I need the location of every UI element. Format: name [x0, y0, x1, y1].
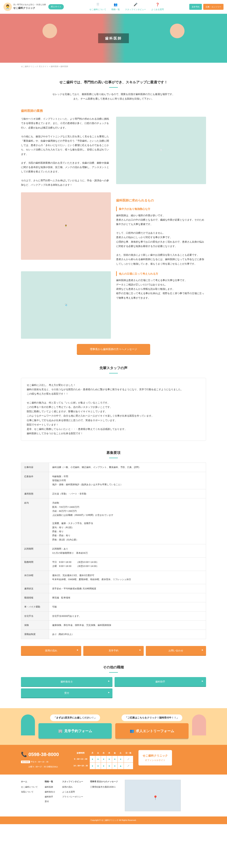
- table-header: 雇用状況: [21, 584, 49, 593]
- site-badge: 求人サイト: [48, 4, 64, 9]
- action-button[interactable]: 見学予約: [83, 646, 143, 655]
- voice-box: せこ歯科に入社し、考え方が変わりました！ 歯科の技術を見ると、その先つながる医院…: [21, 378, 206, 441]
- hero-title: 歯科医師: [98, 33, 129, 43]
- nav-icon: 🎤: [133, 2, 138, 7]
- footer-nav-link[interactable]: 歯科医師: [45, 785, 55, 789]
- other-job-reception[interactable]: 受付: [21, 688, 112, 698]
- cta-strip: 「まずは1度見学にお越しください！」 🏢見学予約フォーム 「ご応募はこちらをクリ…: [0, 708, 227, 745]
- breadcrumb: せこ歯科クリニック 求人サイト > 歯科医師 > 歯科医師: [21, 63, 206, 70]
- phone-icon: 📞: [21, 750, 27, 759]
- copyright: Copyright © せこ歯科クリニック All Rights Reserve…: [0, 816, 227, 824]
- footer-nav-link[interactable]: 受付: [45, 800, 55, 804]
- recruit-table: 仕事内容歯科治療（一般、小児歯科、矯正歯科、インプラント、審美歯科、予防、口臭、…: [21, 463, 206, 639]
- official-site-link[interactable]: せこ歯科クリニック オフィシャルサイト: [138, 750, 172, 766]
- duties-body: う蝕やぺリオ治療、インプラントといった、より専門性の求められる治療に挑戦できる環…: [21, 117, 111, 187]
- table-cell: 住宅手当30000円あります。: [49, 611, 206, 620]
- nav-icon: ❓: [155, 2, 160, 7]
- footer-nav-link[interactable]: 採用の流れ: [62, 785, 83, 789]
- table-cell: 寮完備 駐車場有: [49, 593, 206, 602]
- cta-right-label: 「ご応募はこちらをクリック！随時受付中！！」: [122, 714, 182, 721]
- table-cell: 平日 9:00〜18:30 （休憩13:00〜14:00） 土曜 9:00〜18…: [49, 557, 206, 571]
- other-jobs-heading: その他の職種: [21, 664, 206, 673]
- people-icon: 👥: [130, 728, 134, 734]
- table-header: 休日休暇: [21, 571, 49, 584]
- req-body2: 歯科医師は患者さんの立場に立って考える事が大事な仕事です。 データとご相談が正し…: [116, 278, 206, 300]
- table-header: 退職金制度: [21, 630, 49, 639]
- hero-person-right: [162, 17, 193, 63]
- table-header: 勤務時間: [21, 557, 49, 571]
- nav-item[interactable]: 👥職種一覧: [111, 2, 120, 11]
- visit-form-button[interactable]: 🏢見学予約フォーム: [38, 723, 112, 739]
- footer-nav-heading: ホーム: [21, 780, 38, 784]
- hours-table: 診療時間月火水木金土日・祝9：00〜13：00●●●●●●／14：00〜18：3…: [72, 750, 133, 769]
- table-header: 応募条件: [21, 472, 49, 489]
- photo-treatment-1: 🦷: [116, 117, 206, 184]
- table-header: 雇用形態: [21, 489, 49, 498]
- hero: 歯科医師: [0, 14, 227, 63]
- hero-person-left: [34, 17, 65, 63]
- req-sub1: 集中力があり勉強熱心な方: [116, 207, 206, 211]
- logo-tagline: 高い専門性があれば安心・快適な治療: [13, 3, 46, 6]
- table-header: 給与: [21, 498, 49, 544]
- footer-nav-link[interactable]: せこ歯科について: [21, 785, 38, 789]
- other-job-assistant[interactable]: 歯科助手: [115, 677, 206, 686]
- table-cell: 試用期間：あり 3カ月の研修期間有り 基本給30万: [49, 544, 206, 558]
- footer-nav-link[interactable]: プライバシーポリシー: [62, 795, 83, 799]
- photo-treatment-2: 🩺: [21, 271, 111, 339]
- director-message-button[interactable]: 理事長から歯科医師の方々へメッセージ: [77, 344, 150, 354]
- recruit-heading: 募集要項: [21, 450, 206, 458]
- table-header: 車・バイク通勤: [21, 602, 49, 611]
- clinic-name: せこ歯科クリニック: [13, 6, 35, 9]
- requirements-heading: 歯科医師に求められるもの: [116, 197, 206, 203]
- table-cell: 正社員（常勤）・パート・非常勤: [49, 489, 206, 498]
- nav-item[interactable]: 🎤スタッフインタビュー: [125, 2, 146, 11]
- table-header: 保険: [21, 621, 49, 630]
- table-cell: 可能: [49, 602, 206, 611]
- intro-text: セレックを完備しており、最新医療にも取り組んでいるので、開業を目指す歯科医師の方…: [21, 92, 206, 101]
- nav-item[interactable]: 🦷せこ歯科について: [89, 2, 106, 11]
- map[interactable]: [125, 780, 181, 811]
- nav-item[interactable]: ❓よくある質問: [151, 2, 164, 11]
- nav-icon: 🦷: [95, 2, 100, 7]
- footer-info: 📞0598-38-8000 受付時間平日 9：00〜18：30 土曜 9：00〜…: [0, 745, 227, 775]
- cta-person-right: [192, 714, 206, 736]
- table-header: 職場情報: [21, 593, 49, 602]
- action-button[interactable]: 採用の流れ: [21, 646, 81, 655]
- req-body1: 歯科医師は、細かい場所の作業が多いです。 患者さんのお口の中の治療となるので、繊…: [116, 213, 206, 266]
- table-cell: 月給制 医局：720万円〜2400万円 月給：60万円〜200万円 上記金額には…: [49, 498, 206, 544]
- action-button[interactable]: お問い合わせ: [146, 646, 206, 655]
- nav-icon: 👥: [113, 2, 118, 7]
- table-cell: 健康保険、厚生年金、国民年金、労災保険、歯科医師国保: [49, 621, 206, 630]
- page-headline: せこ歯科では、専門性の高い仕事ができ、スキルアップに最適です！: [21, 79, 206, 88]
- footer-nav: ホームせこ歯科について当院について職種一覧歯科医師歯科衛生士歯科助手受付スタッフ…: [0, 775, 227, 816]
- header-entry-button[interactable]: 応募・エントリー: [203, 4, 224, 10]
- main-nav: 🦷せこ歯科について👥職種一覧🎤スタッフインタビュー❓よくある質問: [89, 2, 164, 11]
- other-job-hygienist[interactable]: 歯科衛生士: [21, 677, 112, 686]
- phone-number[interactable]: 📞0598-38-8000: [21, 750, 66, 759]
- footer-nav-link[interactable]: 歯科助手: [45, 795, 55, 799]
- footer-nav-heading: 職種一覧: [45, 780, 55, 784]
- footer-nav-heading: 理事長 世古からのメッセージ: [90, 780, 118, 784]
- table-cell: あり（勤続1年以上）: [49, 630, 206, 639]
- building-icon: 🏢: [58, 728, 63, 734]
- footer-nav-link[interactable]: 当院について: [21, 790, 38, 794]
- entry-form-button[interactable]: 👥求人エントリーフォーム: [115, 723, 189, 739]
- table-cell: 若手多め・平均年齢若め勤務 月20時間程度: [49, 584, 206, 593]
- cta-left-label: 「まずは1度見学にお越しください！」: [50, 714, 100, 721]
- table-cell: 週休2日、完全週休2.5日、週休3日選択可 年末年始休暇、GW休暇、夏期休暇、有…: [49, 571, 206, 584]
- footer-nav-heading: スタッフインタビュー: [62, 780, 83, 784]
- table-header: 住宅手当: [21, 611, 49, 620]
- footer-nav-link[interactable]: 歯科衛生士: [45, 790, 55, 794]
- logo-icon: 👨‍⚕️: [3, 3, 12, 11]
- voice-heading: 先輩スタッフの声: [21, 365, 206, 373]
- photo-doctor-1: 👨‍⚕️: [21, 192, 111, 260]
- table-header: 仕事内容: [21, 463, 49, 472]
- logo[interactable]: 👨‍⚕️ 高い専門性があれば安心・快適な治療 せこ歯科クリニック 求人サイト: [3, 3, 64, 11]
- hours-weekday: 平日 9：00〜18：30: [31, 761, 48, 763]
- table-header: 試用期間: [21, 544, 49, 558]
- duties-heading: 歯科医師の業務: [21, 108, 206, 114]
- table-cell: 年齢制限：不問 管理能力不問 免許・資格：歯科医師免許（臨床あるいは大学を卒業し…: [49, 472, 206, 489]
- footer-nav-link[interactable]: 三重県松阪市大黒田1638-1: [90, 785, 118, 789]
- footer-nav-link[interactable]: よくある質問: [62, 790, 83, 794]
- header-visit-button[interactable]: 見学予約: [189, 4, 202, 10]
